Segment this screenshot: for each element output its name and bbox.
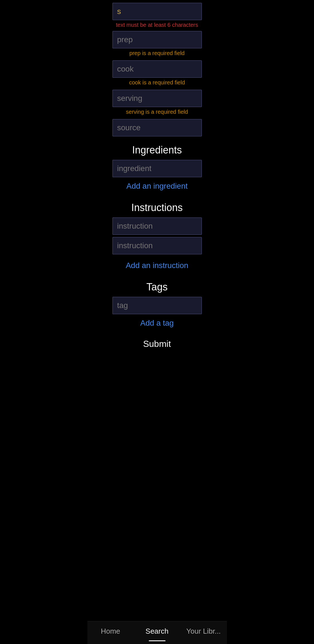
cook-error-text: cook is a required field — [112, 78, 202, 90]
tag-input[interactable] — [112, 297, 202, 314]
add-tag-link[interactable]: Add a tag — [87, 314, 227, 333]
prep-input[interactable] — [112, 31, 202, 48]
instructions-section: Instructions Add an instruction — [87, 196, 227, 276]
ingredient-field-group — [87, 160, 227, 177]
nav-search-label: Search — [145, 627, 168, 636]
nav-library[interactable]: Your Libr... — [180, 627, 227, 636]
source-input[interactable] — [112, 119, 202, 136]
form-container: text must be at least 6 characters prep … — [87, 0, 227, 383]
prep-field-group: prep is a required field — [87, 31, 227, 60]
top-error-text: text must be at least 6 characters — [112, 20, 202, 31]
instructions-heading: Instructions — [87, 196, 227, 217]
tag-field-group — [87, 297, 227, 314]
bottom-nav: Home Search Your Libr... — [87, 621, 227, 644]
submit-button[interactable]: Submit — [87, 333, 227, 355]
ingredients-section: Ingredients Add an ingredient — [87, 139, 227, 196]
nav-home-label: Home — [101, 627, 120, 636]
ingredients-heading: Ingredients — [87, 139, 227, 160]
top-field-group: text must be at least 6 characters — [87, 0, 227, 31]
add-ingredient-link[interactable]: Add an ingredient — [87, 177, 227, 196]
add-instruction-link[interactable]: Add an instruction — [87, 257, 227, 276]
nav-search[interactable]: Search — [134, 627, 180, 636]
nav-home[interactable]: Home — [87, 627, 134, 636]
top-input[interactable] — [112, 3, 202, 20]
serving-input[interactable] — [112, 90, 202, 107]
serving-error-text: serving is a required field — [112, 107, 202, 119]
ingredient-input[interactable] — [112, 160, 202, 177]
prep-error-text: prep is a required field — [112, 48, 202, 60]
instruction-input-1[interactable] — [112, 217, 202, 235]
instruction-fields-group — [87, 217, 227, 257]
instruction-input-2[interactable] — [112, 237, 202, 254]
cook-input[interactable] — [112, 60, 202, 78]
nav-library-label: Your Libr... — [186, 627, 221, 636]
source-field-group — [87, 119, 227, 139]
tags-heading: Tags — [87, 276, 227, 297]
serving-field-group: serving is a required field — [87, 90, 227, 119]
cook-field-group: cook is a required field — [87, 60, 227, 90]
tags-section: Tags Add a tag — [87, 276, 227, 333]
